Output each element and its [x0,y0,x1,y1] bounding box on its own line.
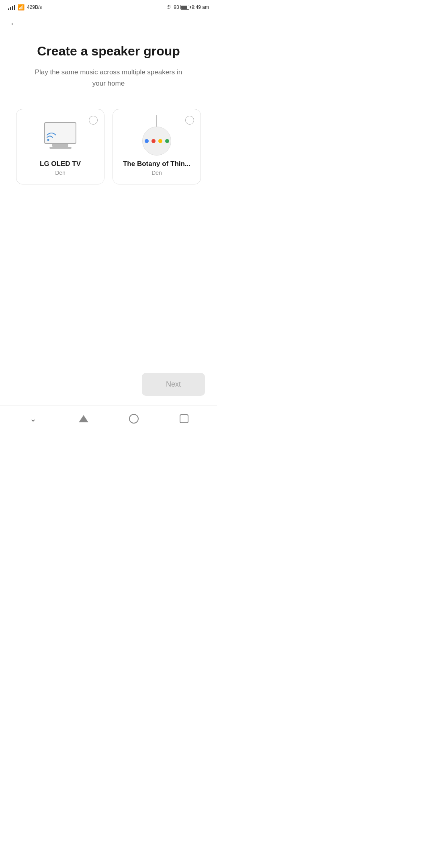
nav-recents-button[interactable] [178,413,190,424]
tv-icon [44,122,76,149]
dot-green [165,139,169,143]
chevron-down-icon: ⌄ [30,414,37,424]
back-arrow-icon: ← [10,18,18,29]
nav-chevron-button[interactable]: ⌄ [28,413,39,424]
device-card-tv[interactable]: LG OLED TV Den [16,109,104,184]
device-room-tv: Den [55,170,66,176]
bottom-bar: Next [0,363,217,405]
alarm-icon: ⏱ [166,4,171,10]
wifi-icon: 📶 [18,4,25,10]
main-content: Create a speaker group Play the same mus… [0,31,217,363]
nav-back-button[interactable] [78,413,89,424]
network-speed: 429B/s [27,4,42,10]
battery-icon: 93 [174,4,189,10]
page-subtitle: Play the same music across multiple spea… [28,67,189,88]
home-mini-icon [142,115,171,156]
device-radio-mini[interactable] [185,116,194,125]
dot-blue [145,139,149,143]
system-nav-bar: ⌄ [0,405,217,434]
status-left: 📶 429B/s [8,4,42,10]
clock: 9:49 am [192,4,209,10]
device-card-mini[interactable]: The Botany of Thin... Den [113,109,201,184]
device-name-tv: LG OLED TV [40,160,81,168]
dot-red [151,139,156,143]
status-right: ⏱ 93 9:49 am [166,4,209,10]
mini-icon-area [135,117,179,154]
home-circle-icon [129,414,139,424]
svg-point-0 [47,139,49,141]
recents-square-icon [180,414,188,423]
signal-icon [8,4,15,10]
next-button[interactable]: Next [142,373,205,396]
page-title: Create a speaker group [37,43,180,59]
nav-home-button[interactable] [128,413,139,424]
device-name-mini: The Botany of Thin... [123,160,190,168]
device-grid: LG OLED TV Den The Botany of Thin... Den [12,109,205,184]
dot-yellow [158,139,162,143]
back-button[interactable]: ← [0,13,217,31]
device-radio-tv[interactable] [89,116,98,125]
tv-icon-area [38,117,82,154]
battery-percent: 93 [174,4,179,10]
back-triangle-icon [79,415,88,422]
cast-waves-svg [47,129,61,141]
device-room-mini: Den [151,170,162,176]
status-bar: 📶 429B/s ⏱ 93 9:49 am [0,0,217,13]
